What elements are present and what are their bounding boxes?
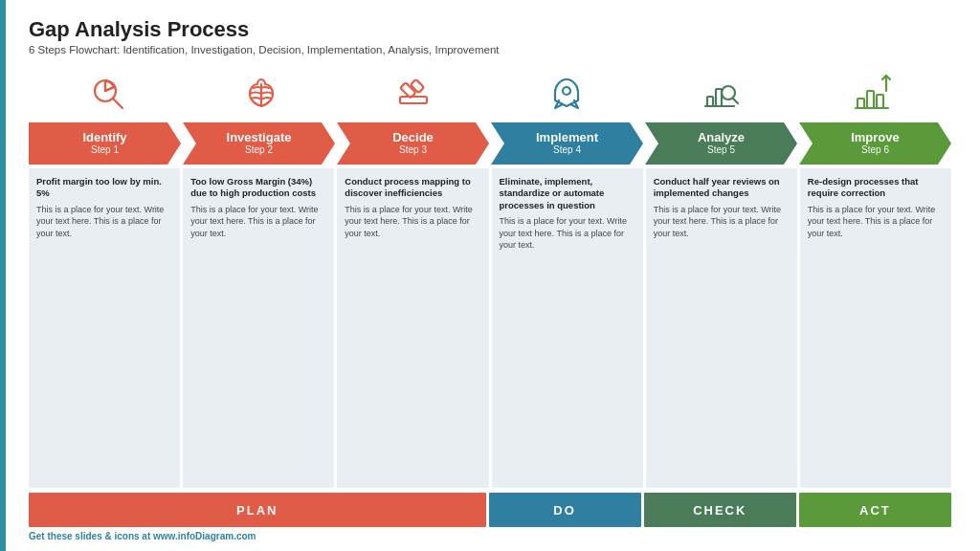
arrow-label-1: Identify: [82, 131, 126, 144]
footer-text2: .com: [234, 531, 256, 541]
page-title: Gap Analysis Process: [29, 17, 951, 42]
arrow-label-4: Implement: [536, 131, 598, 144]
page: Gap Analysis Process 6 Steps Flowchart: …: [0, 0, 980, 551]
chart-arrow-icon: [850, 72, 892, 114]
icons-row: [29, 63, 951, 122]
pdca-row: PLAN DO CHECK ACT: [29, 493, 951, 527]
arrow-step-label-5: Step 5: [707, 144, 735, 156]
arrow-step-3: DecideStep 3: [337, 122, 489, 165]
icon-cell-5: [642, 63, 794, 122]
card-body-3: This is a place for your text. Write you…: [345, 204, 480, 240]
page-subtitle: 6 Steps Flowchart: Identification, Inves…: [29, 44, 951, 55]
accent-bar: [0, 0, 6, 551]
card-body-4: This is a place for your text. Write you…: [500, 215, 635, 252]
arrow-label-2: Investigate: [227, 131, 292, 144]
card-3: Conduct process mapping to discover inef…: [337, 168, 488, 488]
card-1: Profit margin too low by min. 5% This is…: [29, 168, 180, 488]
svg-point-11: [722, 86, 735, 99]
arrow-step-1: IdentifyStep 1: [29, 122, 181, 165]
card-title-6: Re-design processes that require correct…: [808, 176, 944, 200]
pdca-check: CHECK: [644, 493, 796, 527]
svg-line-12: [733, 99, 738, 103]
brain-icon: [240, 72, 282, 114]
rocket-icon: [546, 72, 588, 114]
card-title-5: Conduct half year reviews on implemented…: [654, 176, 790, 200]
svg-rect-14: [858, 99, 864, 108]
icon-cell-2: [185, 63, 337, 122]
card-body-5: This is a place for your text. Write you…: [654, 204, 790, 240]
footer-brand: infoDiagram: [178, 531, 234, 541]
svg-rect-9: [707, 97, 713, 106]
arrow-step-5: AnalyzeStep 5: [645, 122, 797, 165]
arrow-step-6: ImproveStep 6: [799, 122, 951, 165]
svg-line-3: [105, 87, 114, 91]
card-title-4: Eliminate, implement, standardize or aut…: [500, 176, 635, 211]
icon-cell-6: [795, 63, 947, 122]
arrow-step-4: ImplementStep 4: [491, 122, 643, 165]
arrow-step-label-2: Step 2: [245, 144, 273, 156]
arrow-step-label-4: Step 4: [553, 144, 581, 156]
icon-cell-3: [338, 63, 490, 122]
arrow-step-2: InvestigateStep 2: [183, 122, 335, 165]
svg-point-7: [563, 87, 570, 95]
arrow-step-label-6: Step 6: [861, 144, 889, 156]
card-2: Too low Gross Margin (34%) due to high p…: [183, 168, 334, 488]
chart-search-icon: [698, 72, 740, 114]
svg-rect-15: [867, 91, 874, 108]
card-body-1: This is a place for your text. Write you…: [36, 204, 172, 240]
card-title-2: Too low Gross Margin (34%) due to high p…: [190, 176, 326, 200]
arrow-step-label-3: Step 3: [399, 144, 427, 156]
svg-rect-4: [400, 97, 427, 103]
svg-rect-16: [877, 95, 883, 108]
footer: Get these slides & icons at www.infoDiag…: [29, 531, 951, 541]
svg-rect-6: [411, 79, 424, 93]
card-body-2: This is a place for your text. Write you…: [190, 204, 326, 240]
card-title-3: Conduct process mapping to discover inef…: [345, 176, 480, 200]
arrow-label-6: Improve: [851, 131, 900, 144]
search-chart-icon: [88, 72, 130, 114]
cards-row: Profit margin too low by min. 5% This is…: [29, 168, 951, 488]
card-6: Re-design processes that require correct…: [800, 168, 951, 488]
pdca-plan: PLAN: [29, 493, 486, 527]
pdca-do: DO: [489, 493, 641, 527]
card-5: Conduct half year reviews on implemented…: [646, 168, 797, 488]
card-body-6: This is a place for your text. Write you…: [808, 204, 944, 240]
card-4: Eliminate, implement, standardize or aut…: [492, 168, 643, 488]
arrows-row: IdentifyStep 1InvestigateStep 2DecideSte…: [29, 122, 951, 165]
pdca-act: ACT: [799, 493, 951, 527]
icon-cell-4: [490, 63, 642, 122]
arrow-label-5: Analyze: [698, 131, 745, 144]
arrow-label-3: Decide: [392, 131, 434, 144]
gavel-icon: [392, 72, 434, 114]
header: Gap Analysis Process 6 Steps Flowchart: …: [29, 17, 951, 55]
icon-cell-1: [33, 63, 185, 122]
footer-text: Get these slides & icons at www.: [29, 531, 178, 541]
arrow-step-label-1: Step 1: [91, 144, 119, 156]
svg-line-1: [113, 99, 122, 108]
card-title-1: Profit margin too low by min. 5%: [36, 176, 172, 200]
